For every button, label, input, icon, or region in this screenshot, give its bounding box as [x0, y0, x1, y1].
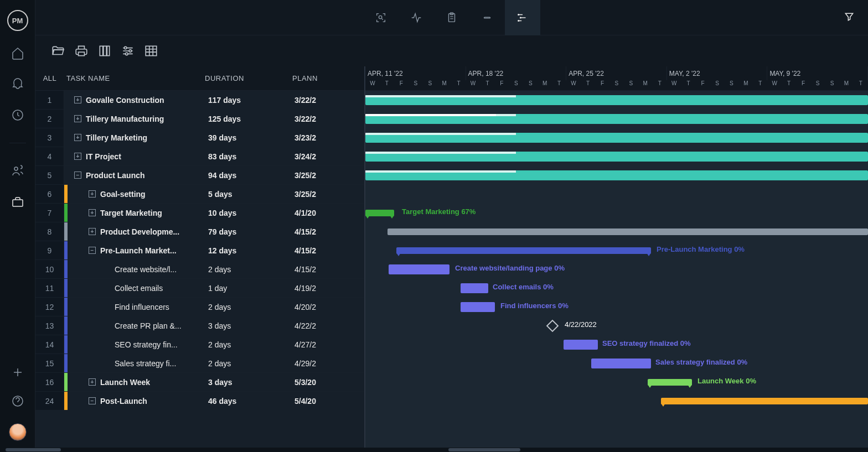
column-task-name[interactable]: TASK NAME: [64, 74, 205, 82]
gantt-milestone[interactable]: [546, 320, 559, 332]
task-row[interactable]: 8 + Product Developme... 79 days 4/15/2: [35, 222, 364, 241]
gantt-view-icon[interactable]: [505, 0, 540, 35]
gantt-body[interactable]: Target Marketing 67% Pre-Launch Marketin…: [365, 91, 868, 411]
task-row[interactable]: 10 Create website/l... 2 days 4/15/2: [35, 260, 364, 279]
grid-table-icon[interactable]: [144, 44, 158, 58]
gantt-bar[interactable]: [388, 228, 868, 235]
timeline-day: T: [452, 80, 466, 90]
expand-toggle-icon[interactable]: −: [89, 247, 96, 254]
timeline-week: APR, 11 '22: [365, 66, 466, 80]
timeline-week: APR, 25 '22: [566, 66, 667, 80]
gantt-bar-label: Create website/landing page 0%: [455, 264, 565, 272]
timeline-day: S: [423, 80, 437, 90]
task-name: SEO strategy fin...: [115, 340, 178, 349]
expand-toggle-icon[interactable]: +: [89, 190, 96, 198]
people-icon[interactable]: [11, 164, 24, 178]
task-row[interactable]: 14 SEO strategy fin... 2 days 4/27/2: [35, 335, 364, 354]
timeline-day: M: [839, 80, 854, 90]
expand-toggle-icon[interactable]: −: [74, 172, 81, 179]
expand-toggle-icon[interactable]: −: [89, 397, 96, 404]
task-row[interactable]: 24 − Post-Launch 46 days 5/4/20: [35, 392, 364, 411]
expand-toggle-icon[interactable]: +: [74, 115, 81, 122]
columns-icon[interactable]: [97, 44, 112, 58]
gantt-milestone-label: 4/22/2022: [565, 320, 597, 329]
help-icon[interactable]: [11, 394, 24, 408]
print-icon[interactable]: [74, 44, 89, 58]
gantt-bar[interactable]: [564, 340, 598, 350]
column-all[interactable]: ALL: [35, 74, 64, 82]
expand-toggle-icon[interactable]: +: [74, 134, 81, 141]
timeline-week: APR, 18 '22: [466, 66, 567, 80]
plus-icon[interactable]: [11, 366, 24, 379]
zoom-scan-icon[interactable]: [363, 0, 399, 35]
gantt-summary-bar[interactable]: [661, 398, 868, 404]
task-row[interactable]: 15 Sales strategy fi... 2 days 4/29/2: [35, 354, 364, 373]
task-row[interactable]: 11 Collect emails 1 day 4/19/2: [35, 279, 364, 298]
briefcase-icon[interactable]: [11, 195, 24, 209]
gantt-summary-bar[interactable]: [396, 247, 651, 254]
task-row[interactable]: 1 + Govalle Construction 117 days 3/22/2: [35, 91, 364, 110]
task-row[interactable]: 3 + Tillery Marketing 39 days 3/23/2: [35, 128, 364, 147]
task-duration: 94 days: [208, 171, 294, 180]
folder-open-icon[interactable]: [51, 44, 65, 58]
clipboard-icon[interactable]: [434, 0, 469, 35]
task-row[interactable]: 2 + Tillery Manufacturing 125 days 3/22/…: [35, 110, 364, 128]
gantt-chart[interactable]: APR, 11 '22APR, 18 '22APR, 25 '22MAY, 2 …: [365, 66, 868, 452]
gantt-bar[interactable]: [365, 95, 868, 105]
svg-point-17: [126, 53, 128, 55]
task-planned-start: 4/1/20: [294, 209, 364, 217]
clock-icon[interactable]: [11, 108, 24, 122]
task-row[interactable]: 7 + Target Marketing 10 days 4/1/20: [35, 204, 364, 222]
gantt-bar-label: SEO strategy finalized 0%: [602, 339, 691, 347]
expand-toggle-icon[interactable]: +: [74, 153, 81, 160]
gantt-bar[interactable]: [591, 359, 651, 368]
task-planned-start: 4/29/2: [294, 359, 364, 368]
task-planned-start: 5/4/20: [294, 397, 364, 406]
gantt-bar[interactable]: [365, 133, 868, 143]
expand-toggle-icon[interactable]: +: [89, 228, 96, 235]
activity-icon[interactable]: [399, 0, 434, 35]
column-duration[interactable]: DURATION: [205, 74, 291, 82]
task-row[interactable]: 4 + IT Project 83 days 3/24/2: [35, 147, 364, 166]
task-row[interactable]: 6 + Goal-setting 5 days 3/25/2: [35, 185, 364, 204]
svg-rect-13: [104, 46, 106, 55]
expand-toggle-icon[interactable]: +: [89, 209, 96, 216]
task-name: Create PR plan &...: [115, 321, 182, 330]
task-row[interactable]: 16 + Launch Week 3 days 5/3/20: [35, 373, 364, 392]
task-row[interactable]: 12 Find influencers 2 days 4/20/2: [35, 298, 364, 316]
link-icon[interactable]: [469, 0, 505, 35]
task-planned-start: 5/3/20: [294, 378, 364, 387]
row-number: 6: [35, 185, 64, 203]
sliders-icon[interactable]: [121, 44, 135, 58]
row-number: 9: [35, 241, 64, 259]
expand-toggle-icon[interactable]: +: [89, 378, 96, 386]
task-name: Tillery Marketing: [86, 133, 147, 142]
user-avatar[interactable]: [9, 423, 27, 441]
row-number: 24: [35, 392, 64, 410]
gantt-bar[interactable]: [365, 152, 868, 162]
row-number: 4: [35, 147, 64, 165]
timeline-day: S: [609, 80, 624, 90]
expand-toggle-icon[interactable]: +: [74, 96, 81, 103]
filter-icon[interactable]: [844, 11, 855, 24]
svg-rect-7: [484, 17, 490, 18]
timeline-day: W: [566, 80, 581, 90]
app-logo[interactable]: PM: [7, 10, 28, 31]
gantt-bar[interactable]: [389, 264, 450, 274]
gantt-bar[interactable]: [461, 302, 495, 312]
gantt-horizontal-scrollbar[interactable]: [365, 448, 868, 452]
task-duration: 39 days: [208, 133, 294, 142]
gantt-bar[interactable]: [365, 170, 868, 180]
gantt-bar[interactable]: [461, 283, 488, 293]
gantt-bar[interactable]: [365, 210, 394, 216]
bell-icon[interactable]: [11, 77, 24, 91]
gantt-bar[interactable]: [365, 114, 868, 124]
task-duration: 5 days: [208, 190, 294, 199]
task-name: Launch Week: [100, 378, 150, 387]
gantt-summary-bar[interactable]: [648, 379, 692, 386]
column-planned[interactable]: PLANN: [291, 74, 364, 82]
home-icon[interactable]: [11, 46, 24, 60]
task-row[interactable]: 5 − Product Launch 94 days 3/25/2: [35, 166, 364, 185]
task-row[interactable]: 13 Create PR plan &... 3 days 4/22/2: [35, 316, 364, 335]
task-row[interactable]: 9 − Pre-Launch Market... 12 days 4/15/2: [35, 241, 364, 260]
